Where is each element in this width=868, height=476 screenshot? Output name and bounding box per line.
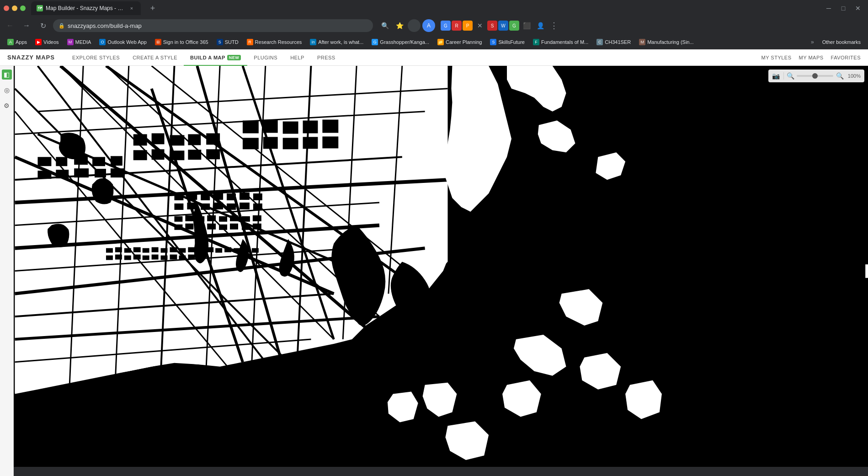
bookmark-manufacturing[interactable]: M Manufacturing (Sin... [635, 37, 698, 48]
svg-rect-60 [219, 216, 227, 222]
search-btn[interactable]: 🔍 [378, 19, 391, 32]
minimize-btn[interactable]: ─ [822, 2, 835, 15]
nav-press[interactable]: PRESS [311, 49, 342, 66]
svg-rect-71 [253, 224, 261, 230]
nav-build[interactable]: BUILD A MAP NEW [184, 49, 247, 66]
linkedin-favicon: in [310, 39, 316, 45]
profile-btn[interactable]: A [422, 19, 435, 32]
bookmark-videos[interactable]: ▶ Videos [32, 37, 62, 48]
zoom-in-btn[interactable]: 🔍 [835, 71, 844, 80]
svg-rect-99 [447, 66, 867, 476]
back-btn[interactable]: ← [4, 19, 16, 32]
bookmark-apps[interactable]: A Apps [4, 37, 31, 48]
outlook-favicon: O [99, 39, 106, 45]
maximize-window-btn[interactable] [20, 5, 26, 11]
extension-4[interactable]: ✕ [474, 19, 486, 32]
bookmark-star-btn[interactable]: ⭐ [393, 19, 406, 32]
map-container[interactable]: 📷 🔍 🔍 100% [14, 66, 868, 476]
svg-rect-49 [174, 203, 183, 210]
address-bar[interactable]: 🔒 snazzyaps.com/build-a-map [53, 19, 373, 32]
close-btn[interactable]: ✕ [852, 2, 864, 15]
map-image[interactable] [14, 66, 868, 476]
other-bookmarks[interactable]: Other bookmarks [819, 37, 864, 48]
bookmark-grasshopper[interactable]: G Grasshopper/Kanga... [368, 37, 433, 48]
svg-rect-34 [283, 122, 298, 134]
svg-rect-38 [263, 137, 278, 149]
bookmark-linkedin[interactable]: in After work, is what... [306, 37, 367, 48]
extension-9[interactable]: 👤 [534, 19, 547, 32]
tab-close-btn[interactable]: × [128, 5, 135, 12]
minimize-window-btn[interactable] [12, 5, 17, 11]
svg-rect-70 [242, 225, 250, 230]
new-badge: NEW [227, 55, 241, 60]
manufacturing-favicon: M [639, 39, 645, 45]
svg-rect-42 [174, 193, 183, 200]
bookmark-ch341ser[interactable]: C CH341SER [593, 37, 634, 48]
nav-my-styles[interactable]: My Styles [761, 55, 792, 60]
svg-rect-35 [303, 121, 318, 134]
bookmarks-overflow-btn[interactable]: » [807, 37, 818, 48]
forward-btn[interactable]: → [20, 19, 33, 32]
fundamentals-favicon: F [533, 39, 539, 45]
title-bar: 🗺 Map Builder - Snazzy Maps - Fre... × +… [0, 0, 868, 16]
nav-explore[interactable]: EXPLORE STYLES [66, 49, 126, 66]
svg-rect-94 [152, 255, 159, 260]
extension-6[interactable]: W [498, 21, 508, 31]
svg-rect-76 [143, 248, 149, 253]
media-favicon: M [67, 39, 74, 45]
nav-favorites[interactable]: Favorites [831, 55, 861, 60]
svg-rect-81 [188, 247, 195, 252]
bookmark-outlook[interactable]: O Outlook Web App [96, 37, 150, 48]
svg-rect-93 [143, 256, 149, 260]
nav-plugins[interactable]: PLUGINS [247, 49, 284, 66]
camera-icon[interactable]: 📷 [772, 72, 780, 80]
extension-7[interactable]: G [509, 21, 519, 31]
svg-rect-33 [263, 120, 278, 133]
extension-2[interactable]: R [452, 21, 462, 31]
browser-tab[interactable]: 🗺 Map Builder - Snazzy Maps - Fre... × [31, 1, 141, 15]
svg-rect-53 [227, 203, 236, 210]
bookmark-career[interactable]: 📁 Career Planning [434, 37, 486, 48]
nav-help[interactable]: HELP [284, 49, 311, 66]
nav-create[interactable]: CREATE A STYLE [126, 49, 184, 66]
office365-favicon: ⊞ [155, 39, 161, 45]
new-tab-btn[interactable]: + [146, 2, 159, 15]
svg-rect-85 [224, 247, 231, 252]
zoom-percent: 100% [846, 73, 861, 79]
refresh-btn[interactable]: ↻ [37, 19, 49, 32]
sutd-favicon: S [217, 39, 223, 45]
bookmark-fundamentals[interactable]: F Fundamentals of M... [529, 37, 592, 48]
bookmark-office365[interactable]: ⊞ Sign in to Office 365 [151, 37, 212, 48]
svg-rect-36 [322, 120, 338, 133]
svg-rect-12 [37, 157, 51, 166]
extension-3[interactable]: P [463, 21, 473, 31]
svg-rect-56 [174, 216, 182, 222]
bookmark-research[interactable]: R Research Resources [243, 37, 306, 48]
svg-rect-75 [133, 247, 141, 252]
zoom-slider-thumb[interactable] [812, 73, 818, 79]
sidebar-settings-icon[interactable]: ⚙ [2, 101, 12, 111]
research-favicon: R [247, 39, 253, 45]
zoom-out-btn[interactable]: 🔍 [786, 71, 795, 80]
collapse-panel-btn[interactable]: › [865, 264, 868, 278]
sidebar-layers-icon[interactable]: ◧ [2, 70, 12, 80]
more-btn[interactable]: ⋮ [548, 19, 560, 32]
nav-my-maps[interactable]: My Maps [799, 55, 824, 60]
close-window-btn[interactable] [4, 5, 9, 11]
svg-rect-27 [133, 150, 147, 160]
extensions-btn[interactable] [408, 19, 421, 32]
svg-rect-67 [207, 224, 216, 230]
svg-rect-77 [152, 247, 159, 252]
bookmark-skills[interactable]: S SkillsFuture [486, 37, 528, 48]
extension-8[interactable]: ⬛ [520, 19, 533, 32]
zoom-slider[interactable] [797, 75, 833, 77]
address-actions: 🔍 ⭐ A [378, 19, 435, 32]
sidebar-location-icon[interactable]: ◎ [2, 85, 12, 95]
svg-rect-54 [240, 203, 250, 209]
ch341-favicon: C [596, 39, 603, 45]
extension-1[interactable]: G [441, 21, 451, 31]
bookmark-sutd[interactable]: S SUTD [213, 37, 242, 48]
bookmark-media[interactable]: M MEDIA [64, 37, 95, 48]
extension-5[interactable]: S [487, 21, 497, 31]
restore-btn[interactable]: □ [837, 2, 850, 15]
